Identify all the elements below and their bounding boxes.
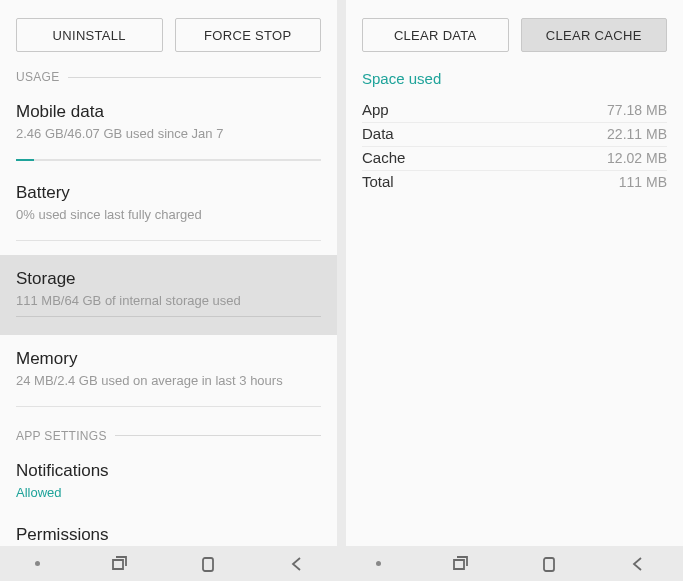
mobile-data-item[interactable]: Mobile data 2.46 GB/46.07 GB used since … [0, 88, 337, 153]
svg-rect-0 [203, 558, 213, 571]
usage-header-label: USAGE [16, 70, 60, 84]
cache-size-key: Cache [362, 149, 405, 166]
space-used-label: Space used [346, 64, 683, 99]
clear-cache-button[interactable]: CLEAR CACHE [521, 18, 668, 52]
notifications-item[interactable]: Notifications Allowed [0, 447, 337, 512]
data-size-row: Data 22.11 MB [362, 123, 667, 147]
storage-title: Storage [16, 269, 321, 289]
storage-item[interactable]: Storage 111 MB/64 GB of internal storage… [0, 255, 337, 335]
usage-section-header: USAGE [0, 66, 337, 88]
action-button-row: UNINSTALL FORCE STOP [0, 0, 337, 64]
divider [115, 435, 321, 436]
recents-icon[interactable] [109, 554, 129, 574]
total-size-row: Total 111 MB [362, 171, 667, 194]
data-size-val: 22.11 MB [607, 126, 667, 142]
system-navbar [0, 546, 683, 581]
cache-size-val: 12.02 MB [607, 150, 667, 166]
space-used-list: App 77.18 MB Data 22.11 MB Cache 12.02 M… [346, 99, 683, 194]
app-info-panel: UNINSTALL FORCE STOP USAGE Mobile data 2… [0, 0, 337, 546]
mobile-data-progress [16, 159, 321, 161]
app-settings-header-label: APP SETTINGS [16, 429, 107, 443]
svg-rect-1 [544, 558, 554, 571]
data-size-key: Data [362, 125, 394, 142]
home-icon[interactable] [539, 554, 559, 574]
clear-data-button[interactable]: CLEAR DATA [362, 18, 509, 52]
memory-item[interactable]: Memory 24 MB/2.4 GB used on average in l… [0, 335, 337, 400]
mobile-data-title: Mobile data [16, 102, 321, 122]
mobile-data-sub: 2.46 GB/46.07 GB used since Jan 7 [16, 126, 321, 143]
storage-detail-panel: CLEAR DATA CLEAR CACHE Space used App 77… [346, 0, 683, 546]
app-size-key: App [362, 101, 389, 118]
back-icon[interactable] [287, 554, 307, 574]
cache-size-row: Cache 12.02 MB [362, 147, 667, 171]
total-size-key: Total [362, 173, 394, 190]
storage-sub: 111 MB/64 GB of internal storage used [16, 293, 321, 310]
app-size-row: App 77.18 MB [362, 99, 667, 123]
uninstall-button[interactable]: UNINSTALL [16, 18, 163, 52]
divider [16, 316, 321, 317]
divider [68, 77, 321, 78]
recents-icon[interactable] [450, 554, 470, 574]
battery-sub: 0% used since last fully charged [16, 207, 321, 224]
notifications-sub: Allowed [16, 485, 321, 502]
notifications-title: Notifications [16, 461, 321, 481]
home-icon[interactable] [198, 554, 218, 574]
app-size-val: 77.18 MB [607, 102, 667, 118]
permissions-item[interactable]: Permissions Camera, Location, Microphone… [0, 511, 337, 546]
divider [16, 406, 321, 407]
battery-item[interactable]: Battery 0% used since last fully charged [0, 161, 337, 234]
battery-title: Battery [16, 183, 321, 203]
total-size-val: 111 MB [619, 174, 667, 190]
app-settings-section-header: APP SETTINGS [0, 425, 337, 447]
force-stop-button[interactable]: FORCE STOP [175, 18, 322, 52]
memory-title: Memory [16, 349, 321, 369]
permissions-title: Permissions [16, 525, 321, 545]
memory-sub: 24 MB/2.4 GB used on average in last 3 h… [16, 373, 321, 390]
nav-dot-icon [376, 561, 381, 566]
divider [16, 240, 321, 241]
back-icon[interactable] [628, 554, 648, 574]
nav-dot-icon [35, 561, 40, 566]
storage-button-row: CLEAR DATA CLEAR CACHE [346, 0, 683, 64]
